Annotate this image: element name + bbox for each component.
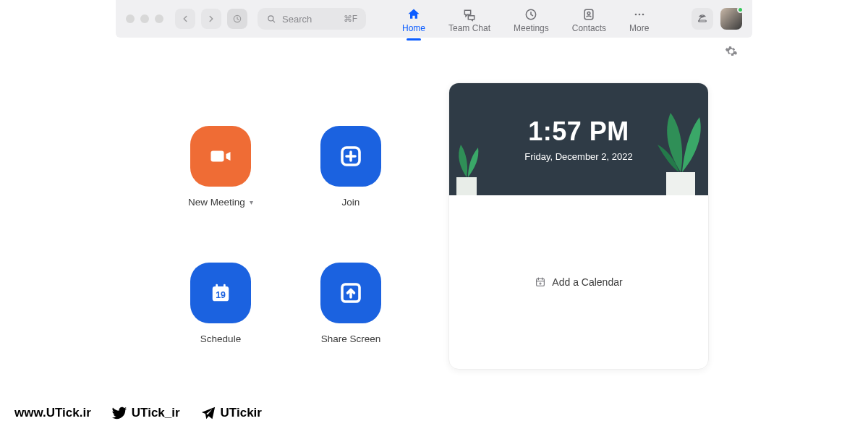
watermark-site-text: www.UTick.ir (14, 406, 91, 420)
chevron-left-icon (180, 14, 190, 24)
search-placeholder: Search (282, 14, 312, 25)
new-meeting-button[interactable] (190, 126, 251, 187)
avatar[interactable] (720, 8, 742, 30)
nav-back-button[interactable] (175, 9, 195, 29)
nav-forward-button[interactable] (201, 9, 221, 29)
calendar-icon: 19 (208, 280, 234, 306)
twitter-icon (111, 405, 127, 421)
svg-point-5 (634, 14, 637, 16)
clock-icon (524, 7, 538, 22)
join-label: Join (342, 197, 360, 208)
subheader (0, 38, 868, 61)
search-input[interactable]: Search ⌘F (258, 8, 366, 30)
svg-point-1 (268, 16, 273, 21)
share-screen-button[interactable] (320, 263, 381, 323)
chevron-down-icon: ▾ (250, 198, 253, 206)
share-screen-action: Share Screen (297, 263, 405, 370)
add-calendar-button[interactable]: Add a Calendar (449, 195, 708, 369)
traffic-close-icon[interactable] (126, 14, 135, 23)
telegram-icon (200, 405, 216, 421)
toolbar-right (692, 8, 742, 30)
main-content: New Meeting ▾ Join 19 Schedule (0, 61, 868, 370)
schedule-button[interactable]: 19 (190, 263, 251, 323)
calendar-card: 1:57 PM Friday, December 2, 2022 Add a C… (448, 82, 709, 370)
tab-contacts-label: Contacts (572, 23, 606, 33)
tab-home[interactable]: Home (401, 4, 427, 33)
gear-icon[interactable] (725, 45, 738, 58)
svg-point-4 (588, 12, 591, 15)
svg-rect-15 (456, 177, 477, 195)
watermark-telegram: UTickir (200, 405, 262, 421)
action-grid: New Meeting ▾ Join 19 Schedule (166, 126, 405, 370)
nav-tabs: Home Team Chat Meetings Contacts More (401, 4, 650, 33)
watermark-twitter-text: UTick_ir (132, 406, 180, 420)
svg-rect-8 (699, 20, 707, 22)
tab-more-label: More (629, 23, 649, 33)
cast-icon (697, 13, 708, 25)
clock-history-icon (232, 14, 242, 24)
arrow-up-box-icon (338, 280, 364, 306)
tab-more[interactable]: More (628, 4, 650, 33)
watermark-twitter: UTick_ir (111, 405, 180, 421)
watermark-footer: www.UTick.ir UTick_ir UTickir (14, 405, 262, 421)
tab-team-chat[interactable]: Team Chat (447, 4, 492, 33)
history-button[interactable] (227, 9, 247, 29)
new-meeting-label: New Meeting (188, 197, 245, 208)
svg-rect-16 (666, 172, 695, 195)
traffic-min-icon[interactable] (140, 14, 149, 23)
schedule-label: Schedule (200, 333, 241, 344)
screen-share-toolbar-button[interactable] (692, 8, 713, 30)
tab-home-label: Home (402, 23, 425, 33)
home-icon (407, 7, 421, 22)
watermark-telegram-text: UTickir (221, 406, 262, 420)
svg-rect-9 (211, 151, 224, 162)
clock-time: 1:57 PM (528, 116, 629, 147)
chat-icon (462, 7, 477, 22)
schedule-action: 19 Schedule (166, 263, 275, 370)
join-button[interactable] (320, 126, 381, 187)
join-action: Join (297, 126, 405, 234)
add-calendar-label: Add a Calendar (552, 276, 622, 288)
svg-point-6 (638, 14, 640, 16)
share-screen-label: Share Screen (321, 333, 381, 344)
tab-team-chat-label: Team Chat (448, 23, 490, 33)
svg-rect-12 (216, 284, 218, 289)
plant-deco-left-icon (448, 137, 490, 195)
calendar-add-icon (535, 276, 546, 288)
plus-icon (338, 143, 364, 169)
tab-meetings[interactable]: Meetings (512, 4, 550, 33)
plant-deco-right-icon (646, 109, 709, 195)
video-icon (208, 143, 234, 169)
new-meeting-action: New Meeting ▾ (166, 126, 275, 234)
calendar-day-number: 19 (216, 289, 226, 299)
svg-point-7 (642, 14, 644, 16)
watermark-site: www.UTick.ir (14, 406, 91, 420)
contacts-icon (582, 7, 596, 22)
search-shortcut: ⌘F (344, 14, 357, 24)
search-icon (266, 14, 276, 24)
toolbar: Search ⌘F Home Team Chat Meetings Contac… (116, 0, 752, 38)
window-controls[interactable] (126, 14, 163, 23)
calendar-hero: 1:57 PM Friday, December 2, 2022 (449, 83, 708, 195)
tab-meetings-label: Meetings (514, 23, 549, 33)
new-meeting-label-row[interactable]: New Meeting ▾ (188, 197, 253, 208)
presence-dot-icon (737, 7, 744, 13)
chevron-right-icon (206, 14, 216, 24)
more-icon (632, 7, 647, 22)
svg-rect-13 (224, 284, 226, 289)
clock-date: Friday, December 2, 2022 (524, 151, 632, 162)
tab-contacts[interactable]: Contacts (571, 4, 608, 33)
traffic-max-icon[interactable] (155, 14, 163, 23)
